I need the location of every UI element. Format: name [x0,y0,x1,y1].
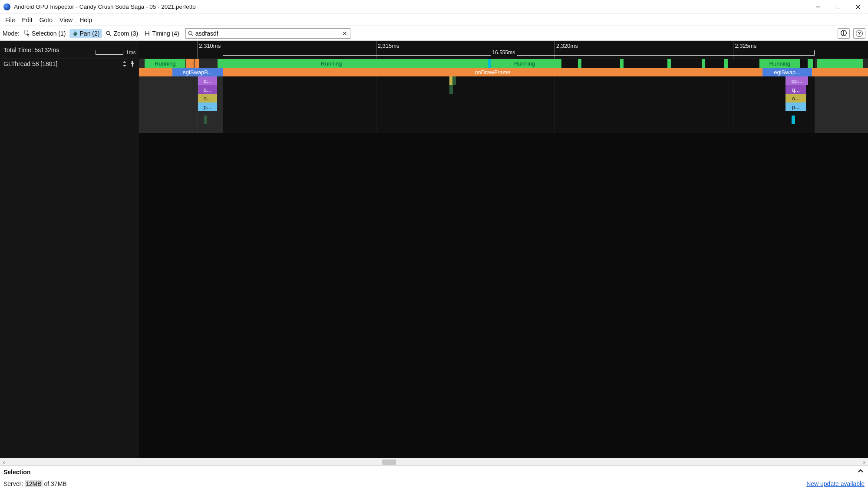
trace-slice[interactable] [195,59,199,68]
trace-slice[interactable] [452,76,456,85]
mode-selection-button[interactable]: Selection (1) [21,29,69,38]
search-icon [188,30,194,36]
trace-slice[interactable]: qu... [785,76,808,85]
trace-slice[interactable] [667,59,671,68]
total-time-label: Total Time: 5s132ms [3,46,59,53]
trace-slice[interactable] [724,59,728,68]
ruler-tick: 2,325ms [733,41,733,59]
track-row: q...qu... [139,76,868,85]
window-close-button[interactable] [848,0,868,13]
trace-slice[interactable]: p... [785,102,806,111]
svg-point-5 [106,31,110,35]
track-row [139,116,868,124]
search-input[interactable] [194,30,341,37]
empty-track-space [139,133,868,458]
scrollbar-thumb[interactable] [382,459,396,465]
window-title: Android GPU Inspector - Candy Crush Soda… [14,3,808,10]
search-field-wrap: ✕ [185,28,350,39]
menu-help[interactable]: Help [76,15,96,25]
trace-slice[interactable] [449,85,453,94]
info-icon: ⓘ [841,30,847,37]
svg-rect-1 [836,5,840,9]
mode-zoom-button[interactable]: Zoom (3) [103,29,141,38]
window-minimize-button[interactable] [808,0,828,13]
ruler-tick: 2,315ms [376,41,376,59]
trace-slice[interactable] [812,68,868,76]
trace-slice[interactable] [702,59,705,68]
trace-slice[interactable]: q... [198,76,217,85]
track-row: p...p... [139,102,868,111]
svg-line-6 [109,34,111,36]
timeline-horizontal-scrollbar[interactable]: ‹ › [0,458,868,466]
trace-slice[interactable]: Running [491,59,558,68]
timing-icon [144,30,150,36]
track-row: o...o... [139,94,868,102]
trace-slice[interactable] [817,59,863,68]
svg-point-10 [188,31,192,35]
menu-file[interactable]: File [2,15,19,25]
pin-icon[interactable] [129,61,135,67]
trace-slice[interactable]: p... [198,102,217,111]
trace-slice[interactable] [558,59,561,68]
menu-goto[interactable]: Goto [36,15,56,25]
mode-timing-button[interactable]: Timing (4) [142,29,182,38]
selection-panel-header[interactable]: Selection [0,466,868,478]
search-clear-button[interactable]: ✕ [341,30,348,37]
trace-slice[interactable] [445,59,489,68]
app-icon [3,3,10,10]
mini-scale: 1ms [96,50,136,56]
range-bracket [223,50,815,56]
zoom-icon [106,30,112,36]
toolbar: Mode: Selection (1) Pan (2) Zoom (3) Tim… [0,26,868,41]
title-bar: Android GPU Inspector - Candy Crush Soda… [0,0,868,14]
menu-edit[interactable]: Edit [19,15,36,25]
update-available-link[interactable]: New update available [806,480,865,487]
mode-timing-label: Timing (4) [152,30,179,37]
trace-slice[interactable] [808,59,813,68]
collapse-icon[interactable] [122,61,128,67]
trace-slice[interactable]: Running [145,59,185,68]
trace-slice[interactable] [792,116,795,124]
svg-line-11 [191,34,193,36]
scroll-right-button[interactable]: › [860,458,868,466]
selection-icon [24,30,30,36]
selection-panel-label: Selection [3,469,857,476]
trace-slice[interactable]: onDrawFrame [223,68,762,76]
menu-bar: File Edit Goto View Help [0,14,868,26]
ruler-tick: 2,310ms [197,41,198,59]
trace-slice[interactable]: o... [785,94,806,102]
menu-view[interactable]: View [56,15,76,25]
pan-icon [72,30,78,36]
trace-slice[interactable] [204,116,207,124]
trace-slice[interactable]: o... [198,94,217,102]
window-maximize-button[interactable] [828,0,848,13]
mini-scale-label: 1ms [126,50,136,56]
scroll-left-button[interactable]: ‹ [0,458,8,466]
track-row: q...q... [139,85,868,94]
range-duration-label: 16.555ms [491,50,517,56]
track-row: eglSwapB...onDrawFrameeglSwap... [139,68,868,76]
trace-slice[interactable] [139,68,172,76]
mode-selection-label: Selection (1) [32,30,66,37]
trace-slice[interactable] [186,59,194,68]
mode-zoom-label: Zoom (3) [113,30,138,37]
timeline-ruler[interactable]: Total Time: 5s132ms 1ms 2,310ms2,315ms2,… [0,41,868,59]
mode-pan-button[interactable]: Pan (2) [69,29,102,38]
chevron-up-icon[interactable] [857,468,865,476]
track-name: GLThread 58 [1801] [3,60,120,67]
trace-slice[interactable]: Running [218,59,445,68]
mode-label: Mode: [3,30,20,37]
trace-slice[interactable]: q... [198,85,217,94]
about-button[interactable]: ⓘ [838,28,850,39]
trace-slice[interactable]: eglSwapB... [172,68,223,76]
track-label[interactable]: GLThread 58 [1801] [0,59,139,69]
trace-slice[interactable] [376,59,380,68]
trace-slice[interactable]: q... [785,85,806,94]
mode-pan-label: Pan (2) [80,30,100,37]
trace-slice[interactable] [620,59,624,68]
timeline-view[interactable]: Total Time: 5s132ms 1ms 2,310ms2,315ms2,… [0,41,868,458]
trace-slice[interactable] [578,59,581,68]
help-button[interactable]: ? [853,28,865,39]
trace-slice[interactable]: eglSwap... [762,68,812,76]
trace-slice[interactable]: Running [759,59,800,68]
